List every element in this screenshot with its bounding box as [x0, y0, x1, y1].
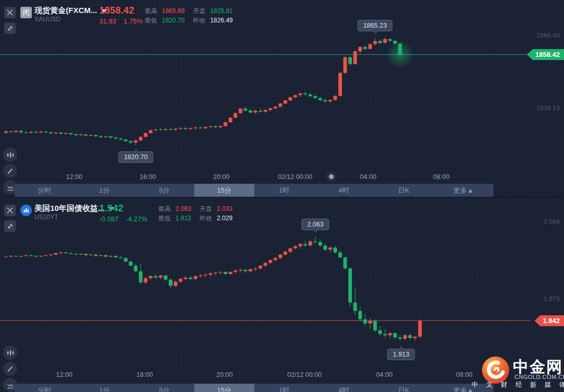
stat-col: 最高2.063 最低1.913 [158, 206, 191, 222]
tab-1min[interactable]: 1分 [75, 184, 135, 197]
prev-close-value: 1826.49 [210, 17, 232, 24]
low-label: 最低 [158, 215, 171, 222]
y-axis-label: 2.084 [544, 218, 560, 225]
line-chart-icon [6, 381, 15, 389]
line-chart-icon [6, 183, 15, 192]
y-axis-label: 1866.40 [536, 32, 560, 39]
low-annotation-bottom: 1.913 [387, 349, 415, 360]
open-value: 1825.81 [210, 8, 232, 15]
prev-close-value: 2.029 [217, 215, 232, 222]
prev-close-label: 昨收 [193, 17, 205, 24]
candlestick-icon [6, 349, 15, 357]
prev-close-label: 昨收 [199, 215, 212, 222]
open-label: 开盘 [193, 8, 205, 15]
high-annotation-top: 1865.23 [357, 20, 392, 31]
tab-fenshi[interactable]: 分时 [15, 184, 75, 197]
high-label: 最高 [158, 206, 171, 212]
time-tick: 20:00 [213, 173, 229, 181]
time-tick: 04:00 [376, 371, 392, 378]
y-axis-label: 1.973 [544, 295, 560, 303]
low-value: 1820.70 [162, 17, 184, 24]
time-tick: 08:00 [456, 371, 472, 378]
high-label: 最高 [145, 8, 157, 15]
draw-tool-button[interactable] [3, 362, 17, 376]
pencil-icon [6, 365, 14, 373]
tab-1hour[interactable]: 1时 [254, 384, 314, 392]
y-axis-label: 1836.13 [536, 104, 560, 112]
tab-fenshi[interactable]: 分时 [15, 384, 75, 392]
axis-marker-dot [329, 174, 334, 179]
stat-col: 最高1865.69 最低1820.70 [145, 8, 184, 24]
tab-4hour[interactable]: 4时 [314, 184, 374, 197]
tab-1min[interactable]: 1分 [75, 384, 135, 392]
time-tick: 02/12 00:00 [278, 173, 312, 181]
current-price-tag-top: 1858.42 [527, 49, 564, 60]
panel-divider [0, 197, 564, 197]
tab-5min[interactable]: 5分 [134, 384, 194, 392]
stats-top: 最高1865.69 最低1820.70 开盘1825.81 昨收1826.49 [145, 8, 233, 24]
time-tick: 02/12 00:00 [287, 371, 322, 378]
high-value: 2.063 [175, 206, 191, 212]
chart-type-button[interactable] [3, 346, 17, 360]
pencil-icon [6, 167, 14, 175]
high-annotation-bottom: 2.063 [301, 219, 329, 230]
low-value: 1.913 [175, 215, 191, 222]
time-tick: 12:00 [56, 371, 72, 378]
chart-type-button[interactable] [3, 148, 17, 162]
tab-daily[interactable]: 日K [374, 384, 434, 392]
tab-15min-selected[interactable]: 15分 [194, 384, 254, 392]
draw-tool-button[interactable] [3, 164, 17, 178]
interval-tabbar-bottom: 分时 1分 5分 15分 1时 4时 日K 更多▲ [15, 384, 494, 392]
time-tick: 16:00 [139, 173, 156, 181]
stat-col: 开盘2.033 昨收2.029 [199, 206, 232, 222]
open-value: 2.033 [217, 206, 232, 212]
interval-tabbar-top: 分时 1分 5分 15分 1时 4时 日K 更多▲ [15, 184, 494, 197]
time-tick: 08:00 [433, 173, 449, 181]
low-annotation-top: 1820.70 [118, 151, 153, 163]
tab-more[interactable]: 更多▲ [433, 184, 494, 197]
tab-5min[interactable]: 5分 [134, 184, 194, 197]
tab-1hour[interactable]: 1时 [254, 184, 314, 197]
candlestick-icon [6, 151, 15, 159]
watermark-domain: CNGOLD.COM.CN [514, 374, 564, 380]
trading-app: 闭 现货黄金(FXCM... XAUUSD 1858.42 31.93 1.75… [0, 0, 564, 392]
current-price-tag-bottom: 1.942 [534, 315, 564, 326]
time-tick: 20:00 [216, 371, 232, 378]
time-tick: 16:00 [136, 371, 152, 378]
tab-15min-selected[interactable]: 15分 [194, 184, 254, 197]
tab-4hour[interactable]: 4时 [314, 384, 374, 392]
tab-daily[interactable]: 日K [374, 184, 434, 197]
watermark-tagline: 中 文 财 经 新 媒 体 [472, 381, 564, 389]
time-tick: 04:00 [360, 173, 376, 181]
high-value: 1865.69 [162, 8, 184, 15]
open-label: 开盘 [199, 206, 212, 212]
time-tick: 12:00 [66, 173, 82, 181]
stats-bottom: 最高2.063 最低1.913 开盘2.033 昨收2.029 [158, 206, 232, 222]
stat-col: 开盘1825.81 昨收1826.49 [193, 8, 232, 24]
low-label: 最低 [145, 17, 157, 24]
